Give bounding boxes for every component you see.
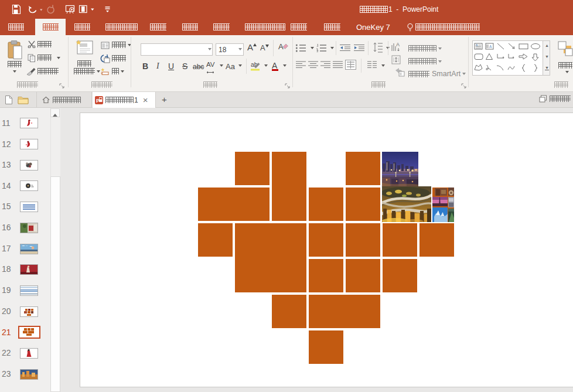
svg-text:A: A	[278, 42, 284, 51]
svg-text:P: P	[96, 98, 100, 104]
svg-text:A: A	[489, 45, 492, 49]
svg-text:A: A	[396, 42, 400, 47]
svg-text:A: A	[476, 43, 478, 47]
